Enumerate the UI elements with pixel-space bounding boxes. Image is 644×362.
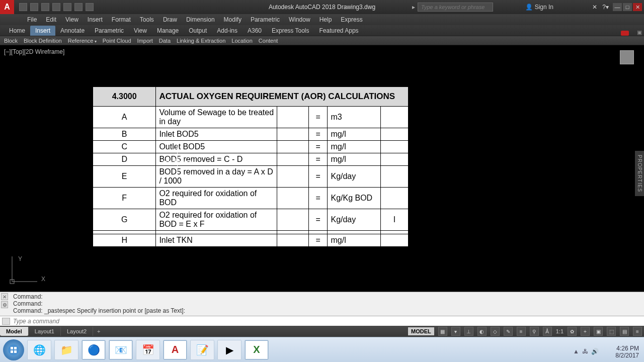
qat-redo-icon[interactable] [86, 3, 94, 11]
qat-undo-icon[interactable] [74, 3, 83, 11]
table-row: DBOD5 removed = C - D=mg/l [93, 153, 409, 166]
minimize-button[interactable]: — [613, 3, 622, 11]
layout-tab-model[interactable]: Model [0, 327, 29, 336]
ortho-icon[interactable]: ⊥ [464, 327, 473, 336]
taskbar-clock[interactable]: 4:26 PM 8/2/2017 [615, 345, 639, 359]
snap-icon[interactable]: ▾ [451, 327, 460, 336]
scale-label[interactable]: 1:1 [556, 328, 564, 334]
row-id: A [93, 107, 156, 128]
panel-block[interactable]: Block [4, 38, 18, 44]
gear-icon[interactable]: ✿ [568, 327, 577, 336]
command-input[interactable] [13, 318, 644, 325]
help-icon[interactable]: ?▾ [602, 4, 609, 11]
qat-saveas-icon[interactable] [52, 3, 60, 11]
maximize-button[interactable]: □ [623, 3, 632, 11]
table-row: EBOD5 removed in a day = A x D / 1000=Kg… [93, 166, 409, 188]
menu-help[interactable]: Help [319, 16, 332, 23]
record-icon[interactable] [621, 31, 629, 36]
row-desc: O2 required for oxidation of BOD [156, 188, 277, 209]
plus-icon[interactable]: + [581, 327, 590, 336]
qat-print-icon[interactable] [63, 3, 71, 11]
drawing-viewport[interactable]: [−][Top][2D Wireframe] 4.3000 ACTUAL OXY… [0, 45, 644, 292]
qat-save-icon[interactable] [41, 3, 49, 11]
app-logo[interactable]: A [0, 0, 14, 14]
menu-window[interactable]: Window [289, 16, 310, 23]
panel-linking-extraction[interactable]: Linking & Extraction [177, 38, 225, 44]
system-tray[interactable]: ▲ 🖧 🔊 [573, 348, 599, 355]
menu-modify[interactable]: Modify [224, 16, 242, 23]
tray-network-icon[interactable]: 🖧 [582, 348, 588, 355]
qat-new-icon[interactable] [19, 3, 27, 11]
taskbar-autocad-icon[interactable]: A [163, 340, 187, 360]
taskbar-explorer-icon[interactable]: 📁 [54, 340, 78, 360]
taskbar-calendar-icon[interactable]: 📅 [136, 340, 160, 360]
menu-draw[interactable]: Draw [163, 16, 177, 23]
clean-icon[interactable]: ▤ [620, 327, 629, 336]
walk-icon[interactable]: ⚲ [530, 327, 539, 336]
menu-view[interactable]: View [65, 16, 78, 23]
close-button[interactable]: ✕ [633, 3, 642, 11]
taskbar-ie-icon[interactable]: 🌐 [27, 340, 51, 360]
lineweight-icon[interactable]: ≡ [517, 327, 526, 336]
panel-location[interactable]: Location [231, 38, 253, 44]
menu-tools[interactable]: Tools [140, 16, 154, 23]
cmd-options-icon[interactable]: ⚙ [1, 301, 8, 308]
start-button[interactable] [3, 339, 24, 360]
tab-output[interactable]: Output [184, 26, 212, 36]
tab-featured-apps[interactable]: Featured Apps [314, 26, 364, 36]
tab-a360[interactable]: A360 [243, 26, 267, 36]
menu-dimension[interactable]: Dimension [186, 16, 215, 23]
view-cube[interactable] [620, 50, 634, 64]
polar-icon[interactable]: ◐ [477, 327, 487, 336]
taskbar-outlook-icon[interactable]: 📧 [109, 340, 133, 360]
taskbar-excel-icon[interactable]: X [245, 340, 269, 360]
tab-annotate[interactable]: Annotate [55, 26, 90, 36]
ribbon-close-icon[interactable]: ▣ [637, 29, 642, 36]
viewport-label[interactable]: [−][Top][2D Wireframe] [4, 48, 64, 55]
tab-view[interactable]: View [129, 26, 152, 36]
panel-import[interactable]: Import [137, 38, 153, 44]
isolate-icon[interactable]: ▣ [594, 327, 603, 336]
menu-file[interactable]: File [27, 16, 37, 23]
tray-flag-icon[interactable]: ▲ [573, 348, 579, 355]
table-row: COutlet BOD5=mg/l [93, 141, 409, 153]
tab-express-tools[interactable]: Express Tools [267, 26, 314, 36]
layout-tab-layout2[interactable]: Layout2 [61, 327, 93, 336]
menu-insert[interactable]: Insert [88, 16, 103, 23]
properties-palette-tab[interactable]: PROPERTIES [635, 151, 644, 196]
qat-open-icon[interactable] [30, 3, 38, 11]
taskbar-media-icon[interactable]: ▶ [217, 340, 242, 360]
panel-content[interactable]: Content [259, 38, 278, 44]
taskbar-chrome-icon[interactable]: 🔵 [82, 340, 106, 360]
custom-icon[interactable]: ≡ [633, 327, 642, 336]
menu-parametric[interactable]: Parametric [251, 16, 280, 23]
table-row: FO2 required for oxidation of BOD=Kg/Kg … [93, 188, 409, 209]
panel-reference[interactable]: Reference [68, 38, 97, 44]
hardware-icon[interactable]: ⬚ [607, 327, 616, 336]
exchange-icon[interactable]: ✕ [592, 4, 597, 11]
menu-edit[interactable]: Edit [46, 16, 56, 23]
menu-express[interactable]: Express [341, 16, 362, 23]
panel-point-cloud[interactable]: Point Cloud [103, 38, 131, 44]
tab-home[interactable]: Home [4, 26, 30, 36]
layout-tab-layout1[interactable]: Layout1 [29, 327, 61, 336]
tab-insert[interactable]: Insert [30, 26, 55, 36]
tray-sound-icon[interactable]: 🔊 [591, 348, 599, 355]
tab-manage[interactable]: Manage [152, 26, 184, 36]
row-val [380, 234, 408, 247]
cmd-close-icon[interactable]: ✕ [1, 293, 8, 300]
annoscale-icon[interactable]: Å [543, 327, 552, 336]
osnap-icon[interactable]: ◇ [491, 327, 500, 336]
tab-parametric[interactable]: Parametric [90, 26, 129, 36]
grid-icon[interactable]: ▦ [438, 327, 447, 336]
help-search-input[interactable] [418, 3, 493, 12]
taskbar-notepad-icon[interactable]: 📝 [190, 340, 214, 360]
add-layout-button[interactable]: + [93, 327, 104, 336]
sign-in-button[interactable]: 👤 Sign In [525, 4, 553, 11]
panel-block-definition[interactable]: Block Definition [24, 38, 62, 44]
tab-add-ins[interactable]: Add-ins [212, 26, 243, 36]
panel-data[interactable]: Data [159, 38, 171, 44]
menu-format[interactable]: Format [112, 16, 131, 23]
dyn-icon[interactable]: ✎ [504, 327, 513, 336]
model-space-button[interactable]: MODEL [408, 327, 434, 335]
